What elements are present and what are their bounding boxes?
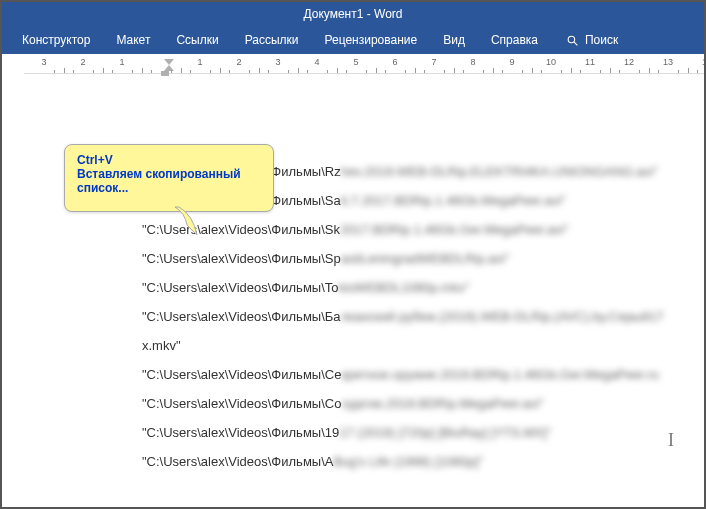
line-clear-text: "C:\Users\alex\Videos\Фильмы\Со bbox=[142, 396, 341, 411]
line-blurred-text: it.7.2017.BDRip.1.46Gb.MegaPeer.avi" bbox=[341, 193, 566, 208]
ruler-number: 14 bbox=[702, 57, 706, 73]
line-blurred-text: лдатик.2018.BDRip.MegaPeer.avi" bbox=[341, 396, 543, 411]
document-line[interactable]: "C:\Users\alex\Videos\Фильмы\Секретное.о… bbox=[142, 367, 684, 382]
line-clear-text: "C:\Users\alex\Videos\Фильмы\19 bbox=[142, 425, 339, 440]
tab-help[interactable]: Справка bbox=[479, 26, 550, 54]
line-blurred-text: hev.2019.WEB-DLRip.ELEKTRI4KA.UNIONGANG.… bbox=[341, 164, 658, 179]
document-line[interactable]: "C:\Users\alex\Videos\Фильмы\TokioWEBDL1… bbox=[142, 280, 684, 295]
line-clear-text: "C:\Users\alex\Videos\Фильмы\Sk bbox=[142, 222, 340, 237]
title-bar: Документ1 - Word bbox=[2, 2, 704, 26]
ruler-number: 2 bbox=[236, 57, 241, 73]
ruler-number: 6 bbox=[392, 57, 397, 73]
svg-line-1 bbox=[574, 42, 577, 45]
search-label: Поиск bbox=[585, 33, 618, 47]
document-line[interactable]: "C:\Users\alex\Videos\Фильмы\Sk2017.BDRi… bbox=[142, 222, 684, 237]
text-cursor-icon: I bbox=[668, 430, 674, 451]
line-blurred-text: 2017.BDRip.1.46Gb.Ger.MegaPeer.avi" bbox=[340, 222, 569, 237]
ribbon-tabs: Конструктор Макет Ссылки Рассылки Реценз… bbox=[2, 26, 704, 54]
ruler-number: 12 bbox=[624, 57, 634, 73]
callout-line3: список... bbox=[77, 181, 261, 195]
document-line[interactable]: x.mkv" bbox=[142, 338, 684, 353]
ruler-number: 8 bbox=[470, 57, 475, 73]
document-line[interactable]: "C:\Users\alex\Videos\Фильмы\SpastiLenin… bbox=[142, 251, 684, 266]
callout-tail-icon bbox=[175, 207, 203, 237]
ruler-number: 4 bbox=[314, 57, 319, 73]
tab-view[interactable]: Вид bbox=[431, 26, 477, 54]
line-blurred-text: astiLeningradWEBDLRip.avi" bbox=[341, 251, 510, 266]
ruler-number: 1 bbox=[197, 57, 202, 73]
search-icon bbox=[566, 34, 579, 47]
ruler-number: 9 bbox=[509, 57, 514, 73]
line-blurred-text: kioWEBDL1080p.mkv" bbox=[339, 280, 470, 295]
horizontal-ruler[interactable]: 3211234567891011121314 bbox=[24, 54, 704, 74]
tab-references[interactable]: Ссылки bbox=[164, 26, 230, 54]
ruler-number: 1 bbox=[119, 57, 124, 73]
document-line[interactable]: "C:\Users\alex\Videos\Фильмы\Балканский … bbox=[142, 309, 684, 324]
tab-constructor[interactable]: Конструктор bbox=[10, 26, 102, 54]
tab-review[interactable]: Рецензирование bbox=[313, 26, 430, 54]
editor-area: 3211234567891011121314 Ctrl+V Вставляем … bbox=[2, 54, 704, 507]
line-blurred-text: кретное.оружие.2019.BDRip.1.46Gb.Ger.Meg… bbox=[341, 367, 659, 382]
line-clear-text: "C:\Users\alex\Videos\Фильмы\To bbox=[142, 280, 339, 295]
line-clear-text: "C:\Users\alex\Videos\Фильмы\Sp bbox=[142, 251, 341, 266]
window-title: Документ1 - Word bbox=[303, 7, 402, 21]
document-page[interactable]: "C:\Users\alex\Videos\Фильмы\Rzhev.2019.… bbox=[22, 84, 684, 469]
callout-tooltip: Ctrl+V Вставляем скопированный список... bbox=[64, 144, 274, 212]
callout-line2: Вставляем скопированный bbox=[77, 167, 261, 181]
line-blurred-text: лканский рубеж.(2019).WEB-DLRip.(AVC).by… bbox=[341, 309, 664, 324]
callout-line1: Ctrl+V bbox=[77, 153, 261, 167]
line-blurred-text: Bug's Life (1998) [1080p]" bbox=[333, 454, 482, 469]
ruler-number: 2 bbox=[80, 57, 85, 73]
tab-layout[interactable]: Макет bbox=[104, 26, 162, 54]
line-clear-text: "C:\Users\alex\Videos\Фильмы\Ба bbox=[142, 309, 341, 324]
line-clear-text: "C:\Users\alex\Videos\Фильмы\A bbox=[142, 454, 333, 469]
document-line[interactable]: "C:\Users\alex\Videos\Фильмы\1917 (2019)… bbox=[142, 425, 684, 440]
ruler-number: 11 bbox=[585, 57, 595, 73]
ruler-number: 7 bbox=[431, 57, 436, 73]
line-clear-text: "C:\Users\alex\Videos\Фильмы\Се bbox=[142, 367, 341, 382]
line-clear-text: x.mkv" bbox=[142, 338, 181, 353]
svg-point-0 bbox=[568, 36, 575, 43]
ruler-number: 10 bbox=[546, 57, 556, 73]
ruler-number: 13 bbox=[663, 57, 673, 73]
line-blurred-text: 17 (2019) [720p] [BluRay] [YTS.MX]" bbox=[339, 425, 551, 440]
document-line[interactable]: "C:\Users\alex\Videos\Фильмы\Солдатик.20… bbox=[142, 396, 684, 411]
ruler-number: 3 bbox=[41, 57, 46, 73]
ruler-number: 3 bbox=[275, 57, 280, 73]
ruler-number: 5 bbox=[353, 57, 358, 73]
search-box[interactable]: Поиск bbox=[552, 26, 618, 54]
document-line[interactable]: "C:\Users\alex\Videos\Фильмы\A Bug's Lif… bbox=[142, 454, 684, 469]
tab-mailings[interactable]: Рассылки bbox=[233, 26, 311, 54]
